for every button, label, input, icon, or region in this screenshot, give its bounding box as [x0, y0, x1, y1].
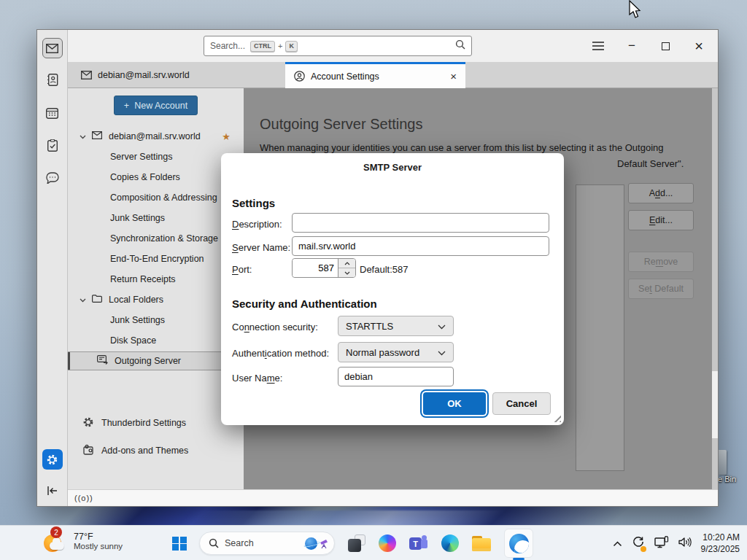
port-increment-icon[interactable] — [338, 259, 355, 268]
connection-security-select[interactable]: STARTTLS — [338, 316, 454, 336]
addons-item[interactable]: Add-ons and Themes — [68, 440, 244, 461]
collapse-sidebar-icon[interactable] — [42, 481, 63, 501]
new-account-button[interactable]: + New Account — [114, 96, 198, 115]
remove-server-button[interactable]: Remove — [628, 252, 694, 272]
tree-item-local-junk[interactable]: Junk Settings — [68, 311, 244, 330]
search-highlight-icon — [305, 537, 330, 550]
search-icon — [209, 538, 219, 548]
mail-space-icon[interactable] — [42, 38, 63, 58]
tree-item-local-folders[interactable]: Local Folders — [68, 290, 244, 309]
notification-badge: 2 — [50, 526, 62, 538]
puzzle-piece-icon — [82, 444, 94, 458]
account-settings-sidebar: + New Account debian@mail.srv.world ★ Se… — [68, 88, 244, 489]
tree-item-return-receipts[interactable]: Return Receipts — [68, 270, 244, 289]
plus-icon: + — [124, 101, 129, 111]
resize-grip[interactable] — [551, 413, 561, 422]
chevron-down-icon — [438, 347, 446, 358]
port-default-label: Default:587 — [360, 264, 409, 275]
scrollbar-thumb[interactable] — [712, 371, 718, 438]
minimize-button[interactable]: − — [620, 35, 643, 57]
smtp-server-dialog: SMTP Server Settings Description: Server… — [221, 153, 564, 425]
temperature: 77°F — [74, 532, 123, 542]
close-button[interactable]: × — [687, 35, 711, 57]
recycle-bin-icon[interactable] — [719, 450, 727, 475]
teams-button[interactable]: T — [409, 534, 428, 552]
tab-close-icon[interactable]: × — [450, 70, 457, 82]
telescope-icon — [319, 538, 330, 549]
tab-account-settings[interactable]: Account Settings × — [285, 62, 465, 88]
taskbar-search[interactable]: Search — [199, 532, 335, 555]
user-name-input[interactable] — [338, 367, 454, 386]
chevron-down-icon — [438, 321, 446, 332]
cancel-button[interactable]: Cancel — [492, 392, 551, 415]
smtp-server-list[interactable] — [576, 184, 624, 471]
search-placeholder: Search... — [210, 41, 245, 51]
connection-security-value: STARTTLS — [346, 321, 393, 332]
tree-item-synchronization[interactable]: Synchronization & Storage — [68, 229, 244, 248]
app-menu-icon[interactable] — [587, 35, 610, 57]
tree-item-outgoing-server[interactable]: Outgoing Server — [68, 351, 244, 370]
security-section-header: Security and Authentication — [232, 298, 377, 310]
tree-item-e2e-encryption[interactable]: End-To-End Encryption — [68, 249, 244, 268]
tab-bar: debian@mail.srv.world Account Settings × — [68, 62, 718, 88]
chevron-down-icon[interactable] — [80, 295, 86, 305]
calendar-icon[interactable] — [42, 103, 63, 123]
auth-method-value: Normal password — [346, 347, 419, 358]
tab-mail[interactable]: debian@mail.srv.world — [74, 62, 197, 88]
maximize-button[interactable] — [654, 35, 677, 57]
server-name-input[interactable] — [292, 236, 549, 256]
user-name-label: User Name: — [232, 373, 282, 384]
tree-item-account[interactable]: debian@mail.srv.world ★ — [68, 127, 244, 146]
description-text: When managing your identities you can us… — [260, 142, 664, 153]
auth-method-select[interactable]: Normal password — [338, 342, 454, 362]
time: 10:20 AM — [701, 532, 740, 543]
folder-icon — [92, 295, 102, 305]
add-server-button[interactable]: Add... — [628, 183, 694, 203]
task-view-button[interactable] — [348, 534, 365, 552]
account-name: debian@mail.srv.world — [109, 131, 201, 141]
tray-chevron-up-icon[interactable] — [613, 537, 622, 550]
spaces-toolbar — [37, 30, 68, 506]
thunderbird-settings-item[interactable]: Thunderbird Settings — [68, 413, 244, 433]
settings-space-icon[interactable] — [42, 449, 63, 470]
mail-tab-label: debian@mail.srv.world — [98, 70, 190, 80]
port-stepper[interactable] — [292, 258, 356, 278]
port-decrement-icon[interactable] — [338, 268, 355, 277]
set-default-button[interactable]: Set Default — [628, 279, 694, 299]
weather-icon: 2 — [42, 529, 67, 553]
network-icon[interactable] — [654, 536, 669, 551]
taskbar-clock[interactable]: 10:20 AM 9/23/2025 — [701, 532, 740, 555]
tree-item-composition[interactable]: Composition & Addressing — [68, 188, 244, 207]
description-label: Description: — [232, 219, 282, 230]
gear-icon — [82, 416, 94, 430]
tree-item-disk-space[interactable]: Disk Space — [68, 331, 244, 350]
volume-icon[interactable] — [678, 537, 692, 551]
update-sync-icon[interactable] — [632, 535, 645, 551]
tasks-icon[interactable] — [42, 135, 63, 155]
address-book-icon[interactable] — [42, 69, 63, 90]
weather-widget[interactable]: 2 77°F Mostly sunny — [42, 529, 123, 553]
date: 9/23/2025 — [701, 543, 740, 555]
chat-icon[interactable] — [42, 168, 63, 188]
chevron-down-icon[interactable] — [80, 131, 86, 141]
port-label: Port: — [232, 264, 252, 275]
edit-server-button[interactable]: Edit... — [628, 210, 694, 230]
port-input[interactable] — [293, 259, 338, 277]
tree-item-copies-folders[interactable]: Copies & Folders — [68, 168, 244, 187]
start-button[interactable] — [172, 537, 186, 551]
edge-button[interactable] — [441, 534, 459, 552]
copilot-button[interactable] — [379, 534, 396, 552]
tree-item-junk-settings[interactable]: Junk Settings — [68, 209, 244, 228]
ok-button[interactable]: OK — [423, 392, 486, 415]
plus-sign: + — [278, 42, 282, 50]
tree-item-server-settings[interactable]: Server Settings — [68, 147, 244, 166]
file-explorer-button[interactable] — [472, 536, 491, 551]
description-input[interactable] — [292, 213, 549, 233]
global-search-bar[interactable]: Search... CTRL + K — [204, 36, 472, 56]
outgoing-server-icon — [97, 355, 108, 367]
connection-security-label: Connection security: — [232, 322, 318, 332]
mail-tab-icon — [81, 71, 92, 79]
thunderbird-taskbar-button[interactable] — [504, 529, 533, 558]
new-account-label: New Account — [134, 101, 187, 111]
scrollbar[interactable] — [712, 88, 718, 489]
